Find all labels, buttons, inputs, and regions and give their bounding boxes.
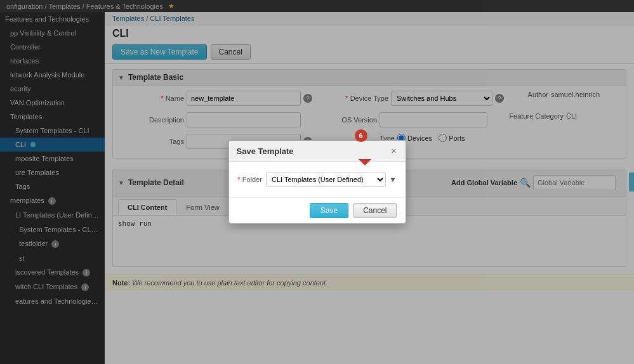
modal-title: Save Template [237,146,294,156]
folder-label: Folder [238,176,263,183]
modal-close-button[interactable]: × [390,146,397,156]
modal-body: Folder CLI Templates (User Defined) test… [229,162,406,197]
modal-cancel-button[interactable]: Cancel [353,203,396,218]
folder-row: Folder CLI Templates (User Defined) test… [238,172,397,187]
modal-header: Save Template × [229,141,406,162]
folder-dropdown-arrow[interactable]: ▼ [390,176,397,183]
modal-save-button[interactable]: Save [310,203,348,218]
folder-select[interactable]: CLI Templates (User Defined) testfolder [266,172,386,187]
save-template-modal: 6 Save Template × Folder CLI Templates (… [228,140,406,224]
modal-overlay: 6 Save Template × Folder CLI Templates (… [0,0,634,364]
modal-footer: Save Cancel [229,197,406,223]
step-bubble: 6 [355,129,367,142]
step-arrow [352,143,371,166]
